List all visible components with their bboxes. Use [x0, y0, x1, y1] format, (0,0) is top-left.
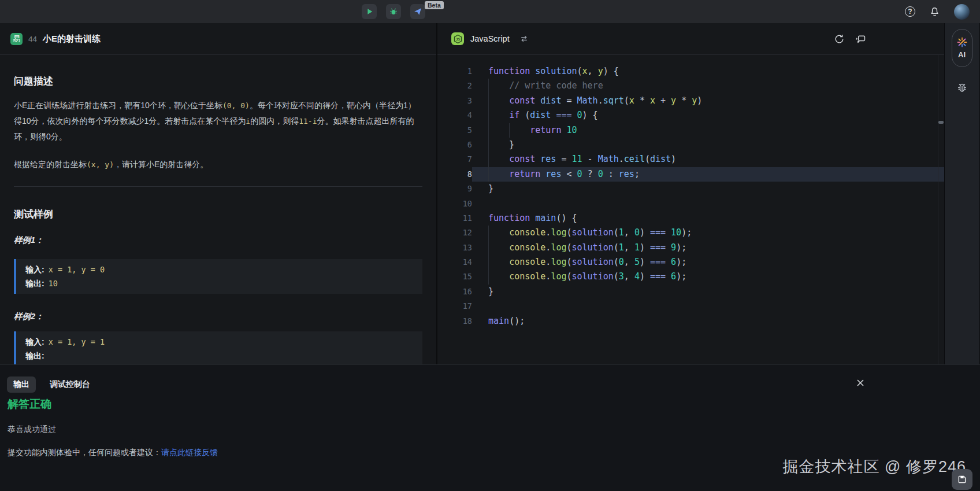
code-line-8[interactable]: 8 return res < 0 ? 0 : res; [437, 167, 944, 182]
line-number: 16 [437, 285, 472, 299]
line-number: 9 [437, 182, 472, 196]
line-number: 18 [437, 314, 472, 328]
problem-content: 问题描述 小E正在训练场进行射击练习，靶有10个环，靶心位于坐标(0, 0)。每… [0, 55, 436, 364]
topbar: Beta ? [0, 0, 980, 23]
line-number: 1 [437, 64, 472, 79]
line-number: 3 [437, 94, 472, 108]
editor-header-actions [834, 23, 866, 55]
user-avatar[interactable] [954, 4, 970, 20]
bell-icon[interactable] [929, 6, 940, 17]
debug-panel-button[interactable] [955, 81, 969, 97]
code-line-15[interactable]: 15 console.log(solution(3, 4) === 6); [437, 270, 944, 284]
code-line-14[interactable]: 14 console.log(solution(0, 5) === 6); [437, 255, 944, 270]
example-2-label: 样例2： [14, 311, 422, 322]
description-heading: 问题描述 [14, 75, 422, 88]
code-line-9[interactable]: 9} [437, 182, 944, 196]
line-content: const res = 11 - Math.ceil(dist) [472, 152, 944, 167]
line-content: function solution(x, y) { [472, 64, 944, 79]
code-line-5[interactable]: 5 return 10 [437, 123, 944, 138]
section-divider [14, 186, 422, 187]
code-line-7[interactable]: 7 const res = 11 - Math.ceil(dist) [437, 152, 944, 167]
code-editor[interactable]: 1function solution(x, y) {2 // write cod… [437, 55, 944, 364]
scrollbar-thumb[interactable] [938, 121, 944, 124]
close-panel-button[interactable] [856, 379, 864, 389]
code-line-3[interactable]: 3 const dist = Math.sqrt(x * x + y * y) [437, 94, 944, 108]
line-number: 7 [437, 152, 472, 167]
topbar-right: ? [905, 0, 970, 23]
bug-outline-icon [955, 81, 969, 95]
help-button[interactable]: ? [905, 6, 915, 17]
line-number: 6 [437, 138, 472, 152]
line-content: } [472, 285, 944, 299]
tab-debug-console[interactable]: 调试控制台 [50, 376, 90, 393]
watermark: 掘金技术社区 @ 修罗246 [783, 456, 966, 477]
ai-assistant-button[interactable]: AI [952, 29, 972, 67]
feedback-link[interactable]: 请点此链接反馈 [161, 448, 218, 457]
submit-button[interactable] [410, 4, 425, 19]
save-button[interactable] [952, 469, 972, 490]
code-line-17[interactable]: 17 [437, 299, 944, 313]
line-content: console.log(solution(0, 5) === 6); [472, 255, 944, 270]
example-2-input-row: 输入:x = 1, y = 1 [25, 335, 413, 349]
line-number: 2 [437, 79, 472, 93]
debug-run-button[interactable] [386, 4, 401, 19]
line-content: console.log(solution(3, 4) === 6); [472, 270, 944, 284]
line-number: 15 [437, 270, 472, 284]
inline-code: (0, 0) [222, 101, 250, 110]
reset-code-button[interactable] [834, 34, 845, 45]
code-line-18[interactable]: 18main(); [437, 314, 944, 328]
line-content: console.log(solution(1, 1) === 9); [472, 241, 944, 255]
inline-code: i [246, 117, 250, 125]
line-content: if (dist === 0) { [472, 108, 944, 123]
line-content [472, 299, 944, 313]
input-label: 输入: [25, 337, 44, 346]
code-line-10[interactable]: 10 [437, 197, 944, 211]
output-code: 10 [49, 279, 58, 288]
switch-language-button[interactable] [519, 34, 529, 43]
indent-guide [488, 79, 489, 182]
javascript-icon: JS [451, 32, 464, 45]
code-line-2[interactable]: 2 // write code here [437, 79, 944, 93]
line-content: return 10 [472, 123, 944, 138]
problem-paragraph-1: 小E正在训练场进行射击练习，靶有10个环，靶心位于坐标(0, 0)。每个环对应不… [14, 98, 422, 145]
line-content: } [472, 182, 944, 196]
line-number: 17 [437, 299, 472, 313]
code-line-12[interactable]: 12 console.log(solution(1, 0) === 10); [437, 226, 944, 240]
input-code: x = 1, y = 1 [49, 337, 105, 346]
language-label: JavaScript [470, 34, 510, 43]
right-sidebar: AI [944, 23, 979, 364]
problem-title: 小E的射击训练 [43, 34, 101, 45]
code-line-13[interactable]: 13 console.log(solution(1, 1) === 9); [437, 241, 944, 255]
line-content: main(); [472, 314, 944, 328]
input-label: 输入: [25, 265, 44, 274]
line-content: const dist = Math.sqrt(x * x + y * y) [472, 94, 944, 108]
floppy-icon [957, 474, 967, 485]
app-screen: Beta ? 易 44 小E的射击训练 问题描述 小E正在训练场进行射击练习，靶… [0, 0, 980, 491]
text-segment: 根据给定的射击坐标 [14, 160, 87, 169]
feedback-text: 提交功能内测体验中，任何问题或者建议： [8, 448, 161, 457]
line-number: 13 [437, 241, 472, 255]
output-tabs: 输出 调试控制台 [7, 376, 90, 393]
refresh-icon [834, 34, 845, 45]
code-line-1[interactable]: 1function solution(x, y) { [437, 64, 944, 79]
line-number: 10 [437, 197, 472, 211]
example-2-output-row: 输出: [25, 349, 413, 363]
format-code-button[interactable] [855, 34, 866, 45]
result-message: 恭喜成功通过 [8, 424, 56, 435]
code-line-16[interactable]: 16} [437, 285, 944, 299]
feedback-row: 提交功能内测体验中，任何问题或者建议：请点此链接反馈 [8, 448, 218, 458]
line-content: console.log(solution(1, 0) === 10); [472, 226, 944, 240]
tab-output[interactable]: 输出 [7, 376, 36, 393]
editor-header: JS JavaScript [437, 23, 944, 55]
line-number: 12 [437, 226, 472, 240]
problem-header: 易 44 小E的射击训练 [0, 23, 436, 55]
indent-guide [488, 226, 489, 285]
main-area: 易 44 小E的射击训练 问题描述 小E正在训练场进行射击练习，靶有10个环，靶… [0, 23, 980, 364]
example-1-input-row: 输入:x = 1, y = 0 [25, 263, 413, 276]
beta-badge: Beta [425, 1, 444, 9]
run-button[interactable] [362, 4, 377, 19]
code-line-4[interactable]: 4 if (dist === 0) { [437, 108, 944, 123]
inline-code: (x, y) [87, 160, 114, 169]
code-line-6[interactable]: 6 } [437, 138, 944, 152]
code-line-11[interactable]: 11function main() { [437, 211, 944, 226]
